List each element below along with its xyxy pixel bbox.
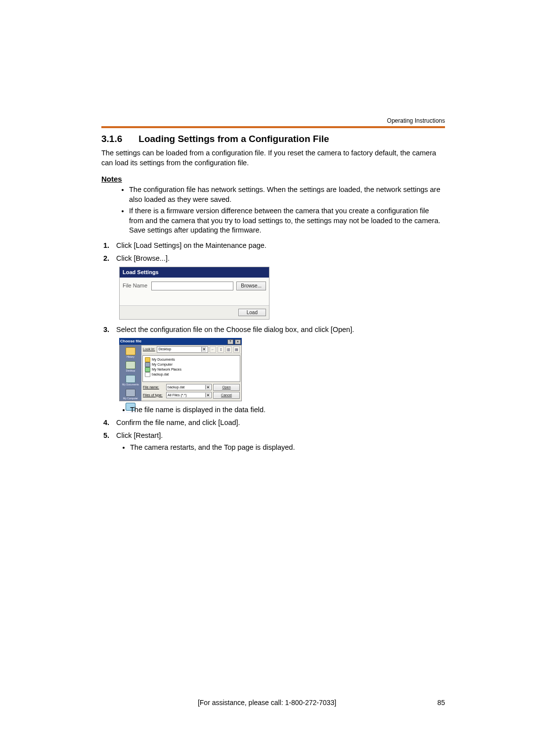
place-my-computer[interactable]: My Computer — [121, 389, 140, 400]
place-label: My Computer — [121, 397, 140, 400]
dialog-main: Look in: Desktop ▾ ← ↥ ▥ ▤ My Documents — [141, 345, 241, 401]
intro-paragraph: The settings can be loaded from a config… — [101, 148, 445, 168]
footer-assistance: [For assistance, please call: 1-800-272-… — [0, 699, 534, 707]
folder-icon — [145, 357, 150, 362]
dialog-toolbar: Look in: Desktop ▾ ← ↥ ▥ ▤ — [141, 345, 241, 354]
folder-icon — [126, 375, 135, 383]
page-number: 85 — [437, 699, 445, 707]
filename-value: backup.dat — [168, 385, 184, 390]
back-icon[interactable]: ← — [210, 346, 216, 353]
lookin-combo[interactable]: Desktop ▾ — [157, 346, 208, 353]
place-label: Desktop — [121, 370, 140, 372]
list-item[interactable]: My Computer — [145, 362, 238, 367]
cancel-button[interactable]: Cancel — [213, 392, 240, 399]
panel-title: Load Settings — [120, 267, 269, 278]
step-text: Click [Restart]. — [116, 431, 163, 439]
header-rule — [101, 126, 445, 128]
step-1: Click [Load Settings] on the Maintenance… — [113, 240, 445, 250]
places-bar: History Desktop My Documents My Com — [120, 345, 141, 401]
item-label: My Network Places — [152, 367, 181, 372]
file-icon — [145, 372, 150, 377]
place-label: My Documents — [121, 383, 140, 386]
file-row: File Name Browse... — [120, 278, 269, 305]
new-folder-icon[interactable]: ▥ — [225, 346, 232, 353]
step-2: Click [Browse...]. Load Settings File Na… — [113, 253, 445, 320]
chevron-down-icon[interactable]: ▾ — [205, 385, 210, 389]
chevron-down-icon[interactable]: ▾ — [205, 393, 210, 397]
step-text: Confirm the file name, and click [Load]. — [116, 419, 240, 426]
notes-list: The configuration file has network setti… — [101, 185, 445, 236]
lookin-value: Desktop — [159, 347, 172, 352]
list-item[interactable]: backup.dat — [145, 372, 238, 377]
list-item[interactable]: My Network Places — [145, 367, 238, 372]
window-buttons: ? x — [227, 338, 241, 344]
item-label: My Documents — [152, 357, 175, 362]
list-item[interactable]: My Documents — [145, 357, 238, 362]
note-item: If there is a firmware version differenc… — [129, 206, 445, 236]
section-number: 3.1.6 — [101, 134, 136, 144]
dialog-title: Choose file — [120, 338, 141, 344]
note-item: The configuration file has network setti… — [129, 185, 445, 204]
step-text: Click [Load Settings] on the Maintenance… — [116, 241, 267, 249]
desktop-icon — [126, 361, 135, 369]
step-3-sub: The file name is displayed in the data f… — [116, 405, 445, 415]
up-icon[interactable]: ↥ — [218, 346, 224, 353]
dialog-body: History Desktop My Documents My Com — [119, 345, 242, 401]
open-button[interactable]: Open — [213, 384, 240, 391]
filetype-label: Files of type: — [143, 393, 165, 398]
step-text: Select the configuration file on the Cho… — [116, 326, 354, 333]
running-header: Operating Instructions — [387, 117, 445, 124]
filename-input[interactable]: backup.dat ▾ — [166, 384, 212, 390]
filename-label: File name: — [143, 385, 165, 390]
network-icon — [145, 367, 150, 372]
section-heading: 3.1.6 Loading Settings from a Configurat… — [101, 134, 445, 144]
filetype-combo[interactable]: All Files (*.*) ▾ — [166, 392, 212, 398]
sub-item: The file name is displayed in the data f… — [130, 405, 445, 415]
filetype-value: All Files (*.*) — [168, 393, 187, 398]
file-name-label: File Name — [123, 282, 151, 289]
load-settings-panel: Load Settings File Name Browse... Load — [119, 267, 269, 320]
panel-footer: Load — [120, 305, 269, 319]
step-text: Click [Browse...]. — [116, 254, 170, 262]
load-button[interactable]: Load — [238, 309, 266, 316]
document-page: Operating Instructions 3.1.6 Loading Set… — [0, 0, 534, 756]
dialog-titlebar: Choose file ? x — [119, 338, 242, 345]
browse-button[interactable]: Browse... — [236, 282, 266, 290]
close-icon[interactable]: x — [235, 339, 241, 344]
computer-icon — [126, 389, 135, 397]
lookin-label: Look in: — [143, 347, 155, 352]
place-label: History — [121, 356, 140, 358]
step-4: Confirm the file name, and click [Load]. — [113, 418, 445, 427]
place-history[interactable]: History — [121, 347, 140, 358]
help-icon[interactable]: ? — [227, 339, 233, 344]
chevron-down-icon[interactable]: ▾ — [201, 347, 206, 352]
step-3: Select the configuration file on the Cho… — [113, 325, 445, 415]
choose-file-dialog: Choose file ? x History Desk — [119, 338, 242, 401]
notes-heading: Notes — [101, 175, 445, 183]
place-desktop[interactable]: Desktop — [121, 361, 140, 372]
history-icon — [126, 347, 135, 355]
place-my-documents[interactable]: My Documents — [121, 375, 140, 386]
file-list[interactable]: My Documents My Computer My Network Plac… — [142, 355, 240, 382]
step-5-sub: The camera restarts, and the Top page is… — [116, 443, 445, 453]
dialog-bottom: File name: backup.dat ▾ Open Files of ty… — [141, 383, 241, 401]
item-label: backup.dat — [152, 372, 169, 377]
computer-icon — [145, 362, 150, 367]
step-5: Click [Restart]. The camera restarts, an… — [113, 430, 445, 452]
sub-item: The camera restarts, and the Top page is… — [130, 443, 445, 453]
section-title: Loading Settings from a Configuration Fi… — [138, 134, 329, 144]
steps-list: Click [Load Settings] on the Maintenance… — [101, 240, 445, 452]
file-name-input[interactable] — [151, 282, 233, 290]
item-label: My Computer — [152, 362, 173, 367]
views-icon[interactable]: ▤ — [233, 346, 240, 353]
